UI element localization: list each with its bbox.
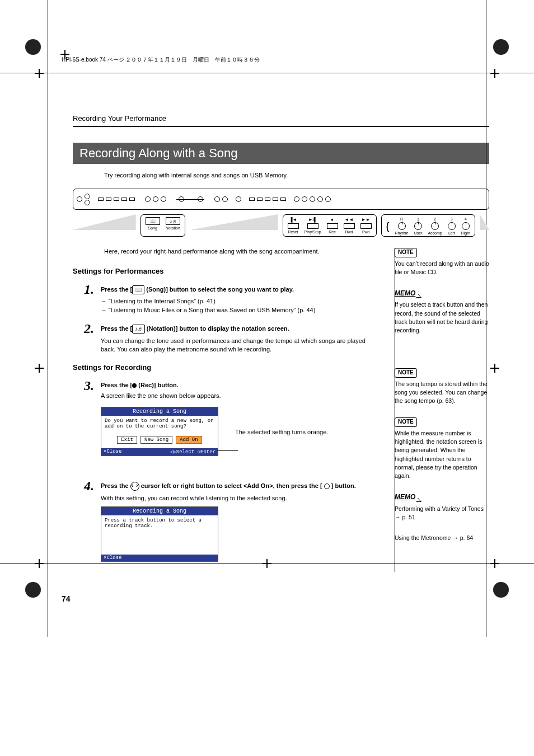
lead-text: Here, record your right-hand performance… — [104, 248, 380, 255]
step-number: 1 — [73, 282, 94, 316]
header-rule — [73, 126, 489, 127]
step-number: 2 — [73, 321, 94, 358]
label-track-top: 2 — [434, 217, 436, 221]
screenshot-select-track: Recording a Song Press a track button to… — [101, 506, 218, 562]
memo-text: Using the Metronome → p. 64 — [395, 534, 489, 542]
step-2: 2 Press the [ (Notation)] button to disp… — [73, 321, 380, 358]
label-track-top: 3 — [451, 217, 453, 221]
brace-icon: { — [386, 224, 390, 229]
song-button-icon: 📖 — [132, 285, 144, 294]
label-track-bot: Rhythm — [395, 231, 409, 235]
main-column: Here, record your right-hand performance… — [73, 248, 380, 572]
label-track-top: 4 — [465, 217, 467, 221]
label-track-bot: Accomp — [428, 231, 442, 235]
registration-mark-icon — [25, 582, 41, 598]
step-title: Press the cursor left or right button to… — [101, 482, 380, 491]
highlight-slant — [480, 214, 489, 230]
step-subref: “Listening to the Internal Songs” (p. 41… — [101, 298, 380, 304]
screenshot-footer-select: ◁▷Select — [170, 449, 194, 455]
crosshair-icon — [490, 69, 499, 78]
step-1: 1 Press the [📖 (Song)] button to select … — [73, 282, 380, 316]
crosshair-icon — [35, 364, 44, 373]
notation-button-icon — [132, 325, 145, 334]
step-desc: With this setting, you can record while … — [101, 494, 380, 503]
crosshair-icon — [490, 559, 499, 568]
crosshair-icon — [490, 364, 499, 373]
step-title: Press the [ (Notation)] button to displa… — [101, 325, 380, 334]
note-label: NOTE — [395, 368, 417, 378]
memo-text: Performing with a Variety of Tones → p. … — [395, 505, 489, 522]
label-bwd: Bwd — [345, 230, 353, 234]
highlight-slant — [190, 214, 278, 230]
registration-mark-icon — [493, 582, 509, 598]
bwd-icon: ◄◄ — [345, 217, 354, 222]
step-title: Press the [📖 (Song)] button to select th… — [101, 285, 380, 294]
label-fwd: Fwd — [362, 230, 369, 234]
crosshair-icon — [35, 69, 44, 78]
label-reset: Reset — [288, 230, 298, 234]
enter-button-icon — [324, 483, 330, 489]
registration-mark-icon — [493, 39, 509, 55]
crop-line — [486, 0, 486, 637]
memo-label: MEMO — [395, 289, 415, 298]
label-notation: Notation — [166, 226, 180, 230]
screenshot-btn-new: New Song — [140, 436, 172, 444]
crosshair-icon — [35, 559, 44, 568]
highlight-slant — [73, 214, 136, 230]
screenshot-btn-add: Add On — [176, 436, 202, 444]
fwd-icon: ►► — [362, 217, 371, 222]
notation-icon — [166, 217, 180, 225]
running-head: Recording Your Performance — [73, 114, 489, 123]
reset-icon: ▐◄ — [289, 217, 297, 222]
book-header: HPi-6S-e.book 74 ページ ２００７年１１月１９日 月曜日 午前１… — [62, 56, 489, 64]
subheading-performances: Settings for Performances — [73, 267, 380, 275]
panel-box-song-notation: 📖 Song Notation — [140, 214, 185, 237]
subheading-recording: Settings for Recording — [73, 363, 380, 372]
screenshot-footer-enter: ○Enter — [198, 449, 216, 455]
step-subref: “Listening to Music Files or a Song that… — [101, 307, 380, 313]
label-track-bot: Left — [448, 231, 455, 235]
page-number: 74 — [62, 594, 489, 603]
song-icon: 📖 — [146, 217, 160, 225]
side-column: NOTE You can’t record along with an audi… — [394, 248, 489, 572]
screenshot-btn-exit: Exit — [117, 436, 137, 444]
label-track-bot: Right — [461, 231, 470, 235]
panel-box-transport: ▐◄ Reset ►/▌ Play/Stop ● Rec ◄◄ Bwd ►► F… — [283, 214, 377, 237]
note-label: NOTE — [395, 417, 417, 427]
note-text: While the measure number is highlighted,… — [395, 429, 489, 480]
label-rec: Rec — [329, 230, 335, 234]
step-4: 4 Press the cursor left or right button … — [73, 478, 380, 566]
note-label: NOTE — [395, 248, 417, 257]
step-title: Press the [ (Rec)] button. — [101, 382, 380, 388]
crop-line — [48, 0, 48, 637]
section-title: Recording Along with a Song — [73, 143, 489, 164]
panel-box-tracks: { RRhythm 1User 2Accomp 3Left 4Right — [381, 214, 476, 237]
screenshot-caption: The selected setting turns orange. — [235, 429, 328, 435]
memo-label: MEMO — [395, 492, 415, 502]
crop-line — [0, 73, 534, 73]
note-text: The song tempo is stored within the song… — [395, 380, 489, 406]
intro-text: Try recording along with internal songs … — [104, 172, 489, 179]
screenshot-footer-close: ×Close — [104, 449, 121, 455]
label-song: Song — [148, 226, 157, 230]
step-desc: A screen like the one shown below appear… — [101, 392, 380, 400]
screenshot-body-text: Do you want to record a new song, or add… — [105, 418, 214, 429]
screenshot-record-dialog: Recording a Song Do you want to record a… — [101, 407, 218, 456]
rec-icon: ● — [331, 217, 334, 222]
registration-mark-icon — [25, 39, 41, 55]
label-track-top: R — [400, 217, 403, 221]
label-playstop: Play/Stop — [305, 230, 321, 234]
panel-highlight-row: 📖 Song Notation ▐◄ Reset ►/▌ Play/Stop ●… — [73, 214, 489, 237]
step-desc: You can change the tone used in performa… — [101, 337, 380, 354]
step-number: 4 — [73, 478, 94, 566]
step-number: 3 — [73, 378, 94, 461]
label-track-bot: User — [414, 231, 423, 235]
screenshot-body-text: Press a track button to select a recordi… — [105, 518, 214, 529]
screenshot-footer-close: ×Close — [104, 555, 121, 561]
cursor-button-icon — [130, 482, 139, 491]
screenshot-title: Recording a Song — [101, 507, 218, 515]
note-text: You can’t record along with an audio fil… — [395, 260, 489, 276]
crosshair-icon — [60, 50, 69, 59]
label-track-top: 1 — [417, 217, 419, 221]
memo-text: If you select a track button and then re… — [395, 300, 489, 335]
